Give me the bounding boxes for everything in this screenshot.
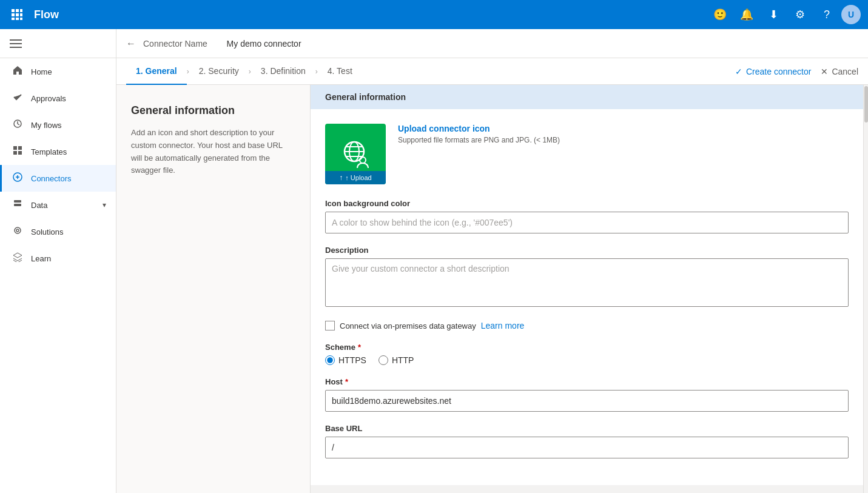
gateway-label: Connect via on-premises data gateway [340,321,476,330]
sidebar-item-learn[interactable]: Learn [0,245,116,272]
description-body: Add an icon and short description to you… [131,127,295,177]
svg-rect-4 [16,13,19,16]
upload-info: Upload connector icon Supported file for… [398,124,560,144]
cancel-button[interactable]: ✕ Cancel [821,67,858,76]
steps-nav: 1. General › 2. Security › 3. Definition… [116,58,868,85]
upload-label: ↑ Upload [345,174,371,181]
home-icon [12,65,24,78]
svg-rect-11 [10,47,22,48]
step-test[interactable]: 4. Test [318,58,362,85]
step-security-label: 2. Security [199,66,239,76]
cancel-label: Cancel [832,67,858,76]
scrollbar[interactable] [863,85,868,493]
upload-connector-icon-link[interactable]: Upload connector icon [398,124,560,133]
connector-name-label: Connector Name [143,39,207,49]
sidebar-label-connectors: Connectors [31,174,71,183]
svg-rect-8 [20,18,22,20]
learn-icon [12,252,24,264]
svg-rect-15 [13,151,17,155]
help-icon[interactable]: ? [815,2,839,27]
svg-point-27 [360,157,366,163]
description-panel: General information Add an icon and shor… [116,85,311,493]
scheme-http-radio[interactable]: HTTP [378,355,414,365]
step-definition[interactable]: 3. Definition [251,58,315,85]
description-field: Description [325,246,849,309]
content-area: ← Connector Name My demo connector 1. Ge… [116,29,868,493]
sidebar-label-templates: Templates [31,147,67,156]
steps-nav-actions: ✓ Create connector ✕ Cancel [735,67,858,76]
icon-bg-color-label: Icon background color [325,199,849,208]
sidebar-item-connectors[interactable]: Connectors [0,165,116,192]
scheme-label: Scheme * [325,343,849,352]
sidebar-item-solutions[interactable]: Solutions [0,218,116,245]
scheme-https-radio[interactable]: HTTPS [325,355,366,365]
description-heading: General information [131,104,295,117]
http-radio-label: HTTP [392,355,414,365]
step-general[interactable]: 1. General [126,58,187,85]
page-body: General information Add an icon and shor… [116,85,868,493]
svg-rect-16 [18,151,22,155]
bell-icon[interactable]: 🔔 [735,2,759,27]
main-layout: Home Approvals My flows [0,29,868,493]
sidebar-label-home: Home [31,67,52,76]
smiley-icon[interactable]: 🙂 [708,2,732,27]
sidebar-item-home[interactable]: Home [0,58,116,85]
svg-rect-9 [10,39,22,41]
description-textarea[interactable] [325,258,849,307]
host-required-star: * [345,377,348,386]
sidebar-item-data[interactable]: Data ▾ [0,192,116,218]
info-card-header: General information [311,85,863,109]
checkbox-gateway-row: Connect via on-premises data gateway Lea… [325,321,849,330]
host-label: Host * [325,377,849,386]
host-field: Host * [325,377,849,412]
data-icon [12,199,24,211]
sidebar-item-approvals[interactable]: Approvals [0,85,116,112]
http-radio-input[interactable] [378,355,388,365]
svg-rect-2 [20,9,22,12]
svg-rect-7 [16,18,19,20]
sidebar-toggle[interactable] [0,29,116,58]
upload-button[interactable]: ↑ ↑ Upload [325,171,386,184]
info-card: General information [311,85,863,485]
create-connector-button[interactable]: ✓ Create connector [735,67,811,76]
svg-point-21 [16,229,19,232]
icon-upload-row: ↑ ↑ Upload Upload connector icon Support… [325,124,849,184]
svg-point-20 [15,227,21,233]
host-input[interactable] [325,390,849,412]
base-url-label: Base URL [325,424,849,433]
gateway-checkbox[interactable] [325,321,335,330]
svg-rect-13 [13,146,17,150]
sidebar-item-templates[interactable]: Templates [0,138,116,165]
base-url-input[interactable] [325,437,849,458]
sidebar-item-my-flows[interactable]: My flows [0,112,116,138]
approvals-icon [12,92,24,104]
learn-more-link[interactable]: Learn more [481,321,525,330]
download-icon[interactable]: ⬇ [761,2,786,27]
connectors-icon [12,172,24,184]
connector-icon: ↑ ↑ Upload [325,124,386,184]
avatar[interactable]: U [841,5,861,24]
icon-bg-color-input[interactable] [325,212,849,233]
svg-rect-14 [18,146,22,150]
svg-rect-5 [20,13,22,16]
svg-rect-10 [10,43,22,44]
step-security[interactable]: 2. Security [189,58,249,85]
back-button[interactable]: ← [126,38,136,49]
sidebar-label-solutions: Solutions [31,227,63,236]
connector-header: ← Connector Name My demo connector [116,29,868,58]
description-label: Description [325,246,849,255]
icon-bg-color-field: Icon background color [325,199,849,233]
info-card-body: ↑ ↑ Upload Upload connector icon Support… [311,109,863,485]
sidebar-label-approvals: Approvals [31,94,66,103]
svg-rect-3 [12,13,15,16]
svg-rect-0 [12,9,15,12]
grid-icon[interactable] [7,5,27,24]
step-general-label: 1. General [136,66,177,76]
scheme-required-star: * [358,343,361,352]
https-radio-input[interactable] [325,355,335,365]
form-panel: General information [311,85,863,493]
settings-icon[interactable]: ⚙ [788,2,812,27]
svg-rect-19 [14,204,21,206]
create-connector-label: Create connector [746,67,811,76]
sidebar-label-data: Data [31,201,47,210]
